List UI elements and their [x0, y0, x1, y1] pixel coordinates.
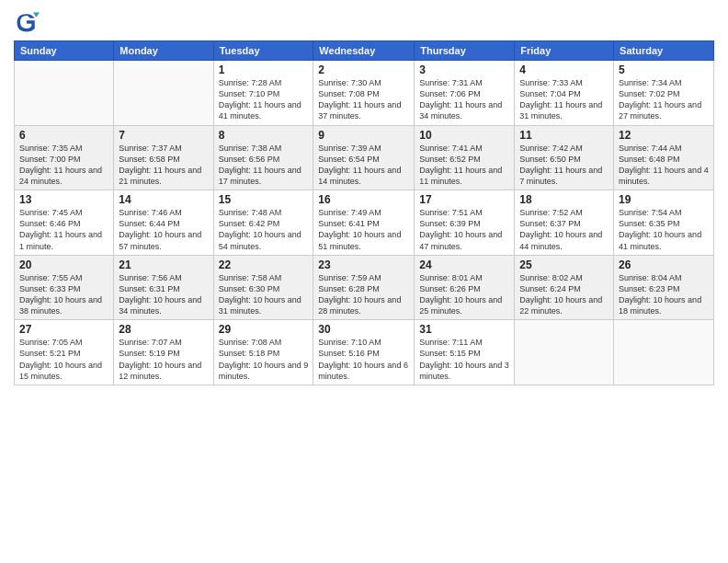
- day-number: 13: [19, 193, 108, 206]
- day-info: Sunrise: 7:35 AM Sunset: 7:00 PM Dayligh…: [19, 143, 108, 188]
- day-info: Sunrise: 7:44 AM Sunset: 6:48 PM Dayligh…: [619, 143, 709, 188]
- day-cell: 11Sunrise: 7:42 AM Sunset: 6:50 PM Dayli…: [515, 125, 614, 190]
- day-number: 20: [19, 259, 108, 271]
- day-number: 14: [119, 193, 208, 206]
- week-row-1: 1Sunrise: 7:28 AM Sunset: 7:10 PM Daylig…: [15, 61, 714, 126]
- day-cell: 20Sunrise: 7:55 AM Sunset: 6:33 PM Dayli…: [15, 255, 114, 320]
- day-number: 7: [119, 129, 208, 142]
- day-info: Sunrise: 7:42 AM Sunset: 6:50 PM Dayligh…: [519, 143, 609, 188]
- day-info: Sunrise: 8:04 AM Sunset: 6:23 PM Dayligh…: [619, 272, 709, 317]
- header-cell-saturday: Saturday: [614, 41, 714, 61]
- day-cell: 10Sunrise: 7:41 AM Sunset: 6:52 PM Dayli…: [415, 125, 515, 190]
- day-cell: 29Sunrise: 7:08 AM Sunset: 5:18 PM Dayli…: [213, 320, 313, 385]
- calendar-table: SundayMondayTuesdayWednesdayThursdayFrid…: [14, 40, 714, 385]
- day-cell: 15Sunrise: 7:48 AM Sunset: 6:42 PM Dayli…: [213, 190, 313, 256]
- day-info: Sunrise: 7:45 AM Sunset: 6:46 PM Dayligh…: [19, 207, 108, 252]
- day-cell: 25Sunrise: 8:02 AM Sunset: 6:24 PM Dayli…: [515, 255, 614, 320]
- day-info: Sunrise: 7:31 AM Sunset: 7:06 PM Dayligh…: [419, 77, 509, 122]
- day-number: 9: [318, 129, 409, 142]
- day-cell: 7Sunrise: 7:37 AM Sunset: 6:58 PM Daylig…: [114, 125, 213, 190]
- day-number: 6: [19, 129, 108, 142]
- day-info: Sunrise: 7:41 AM Sunset: 6:52 PM Dayligh…: [419, 143, 509, 188]
- logo: [14, 9, 43, 35]
- day-cell: 4Sunrise: 7:33 AM Sunset: 7:04 PM Daylig…: [515, 61, 614, 126]
- week-row-5: 27Sunrise: 7:05 AM Sunset: 5:21 PM Dayli…: [15, 320, 714, 385]
- calendar-body: 1Sunrise: 7:28 AM Sunset: 7:10 PM Daylig…: [15, 61, 714, 385]
- day-info: Sunrise: 7:54 AM Sunset: 6:35 PM Dayligh…: [619, 207, 709, 252]
- header-cell-sunday: Sunday: [15, 41, 114, 61]
- day-cell: 12Sunrise: 7:44 AM Sunset: 6:48 PM Dayli…: [614, 125, 714, 190]
- header: [14, 9, 714, 35]
- day-cell: 22Sunrise: 7:58 AM Sunset: 6:30 PM Dayli…: [213, 255, 313, 320]
- day-number: 28: [119, 323, 208, 336]
- day-info: Sunrise: 7:39 AM Sunset: 6:54 PM Dayligh…: [318, 143, 409, 188]
- day-cell: 6Sunrise: 7:35 AM Sunset: 7:00 PM Daylig…: [15, 125, 114, 190]
- day-number: 10: [419, 129, 509, 142]
- day-number: 2: [318, 63, 409, 76]
- day-info: Sunrise: 7:46 AM Sunset: 6:44 PM Dayligh…: [119, 207, 208, 252]
- day-cell: 21Sunrise: 7:56 AM Sunset: 6:31 PM Dayli…: [114, 255, 213, 320]
- day-number: 16: [318, 193, 409, 206]
- day-cell: 14Sunrise: 7:46 AM Sunset: 6:44 PM Dayli…: [114, 190, 213, 256]
- day-info: Sunrise: 8:01 AM Sunset: 6:26 PM Dayligh…: [419, 272, 509, 317]
- header-cell-monday: Monday: [114, 41, 213, 61]
- logo-icon: [14, 9, 40, 35]
- header-cell-wednesday: Wednesday: [313, 41, 415, 61]
- day-number: 5: [619, 63, 709, 76]
- day-info: Sunrise: 7:33 AM Sunset: 7:04 PM Dayligh…: [519, 77, 609, 122]
- week-row-4: 20Sunrise: 7:55 AM Sunset: 6:33 PM Dayli…: [15, 255, 714, 320]
- day-info: Sunrise: 7:56 AM Sunset: 6:31 PM Dayligh…: [119, 272, 208, 317]
- day-cell: 23Sunrise: 7:59 AM Sunset: 6:28 PM Dayli…: [313, 255, 415, 320]
- day-number: 26: [619, 259, 709, 271]
- day-cell: 28Sunrise: 7:07 AM Sunset: 5:19 PM Dayli…: [114, 320, 213, 385]
- day-number: 18: [519, 193, 609, 206]
- day-cell: [15, 61, 114, 126]
- day-info: Sunrise: 7:51 AM Sunset: 6:39 PM Dayligh…: [419, 207, 509, 252]
- day-info: Sunrise: 7:05 AM Sunset: 5:21 PM Dayligh…: [19, 337, 108, 382]
- day-cell: 13Sunrise: 7:45 AM Sunset: 6:46 PM Dayli…: [15, 190, 114, 256]
- calendar-header: SundayMondayTuesdayWednesdayThursdayFrid…: [15, 41, 714, 61]
- day-number: 12: [619, 129, 709, 142]
- day-number: 31: [419, 323, 509, 336]
- day-cell: 30Sunrise: 7:10 AM Sunset: 5:16 PM Dayli…: [313, 320, 415, 385]
- day-info: Sunrise: 7:58 AM Sunset: 6:30 PM Dayligh…: [219, 272, 309, 317]
- day-info: Sunrise: 7:10 AM Sunset: 5:16 PM Dayligh…: [318, 337, 409, 382]
- day-number: 19: [619, 193, 709, 206]
- day-number: 29: [219, 323, 309, 336]
- page: SundayMondayTuesdayWednesdayThursdayFrid…: [0, 0, 728, 563]
- day-cell: 1Sunrise: 7:28 AM Sunset: 7:10 PM Daylig…: [213, 61, 313, 126]
- day-cell: 18Sunrise: 7:52 AM Sunset: 6:37 PM Dayli…: [515, 190, 614, 256]
- day-number: 1: [219, 63, 309, 76]
- day-info: Sunrise: 7:37 AM Sunset: 6:58 PM Dayligh…: [119, 143, 208, 188]
- day-info: Sunrise: 7:59 AM Sunset: 6:28 PM Dayligh…: [318, 272, 409, 317]
- day-info: Sunrise: 8:02 AM Sunset: 6:24 PM Dayligh…: [519, 272, 609, 317]
- day-cell: 17Sunrise: 7:51 AM Sunset: 6:39 PM Dayli…: [415, 190, 515, 256]
- day-info: Sunrise: 7:11 AM Sunset: 5:15 PM Dayligh…: [419, 337, 509, 382]
- header-row: SundayMondayTuesdayWednesdayThursdayFrid…: [15, 41, 714, 61]
- day-cell: 9Sunrise: 7:39 AM Sunset: 6:54 PM Daylig…: [313, 125, 415, 190]
- day-cell: 31Sunrise: 7:11 AM Sunset: 5:15 PM Dayli…: [415, 320, 515, 385]
- day-number: 3: [419, 63, 509, 76]
- day-cell: 8Sunrise: 7:38 AM Sunset: 6:56 PM Daylig…: [213, 125, 313, 190]
- day-number: 8: [219, 129, 309, 142]
- day-cell: 24Sunrise: 8:01 AM Sunset: 6:26 PM Dayli…: [415, 255, 515, 320]
- day-info: Sunrise: 7:48 AM Sunset: 6:42 PM Dayligh…: [219, 207, 309, 252]
- day-cell: [614, 320, 714, 385]
- day-cell: 3Sunrise: 7:31 AM Sunset: 7:06 PM Daylig…: [415, 61, 515, 126]
- day-cell: 2Sunrise: 7:30 AM Sunset: 7:08 PM Daylig…: [313, 61, 415, 126]
- day-cell: 16Sunrise: 7:49 AM Sunset: 6:41 PM Dayli…: [313, 190, 415, 256]
- day-number: 30: [318, 323, 409, 336]
- day-info: Sunrise: 7:08 AM Sunset: 5:18 PM Dayligh…: [219, 337, 309, 382]
- week-row-2: 6Sunrise: 7:35 AM Sunset: 7:00 PM Daylig…: [15, 125, 714, 190]
- day-number: 27: [19, 323, 108, 336]
- day-number: 25: [519, 259, 609, 271]
- day-cell: 19Sunrise: 7:54 AM Sunset: 6:35 PM Dayli…: [614, 190, 714, 256]
- day-cell: [114, 61, 213, 126]
- day-cell: [515, 320, 614, 385]
- header-cell-thursday: Thursday: [415, 41, 515, 61]
- day-cell: 27Sunrise: 7:05 AM Sunset: 5:21 PM Dayli…: [15, 320, 114, 385]
- day-info: Sunrise: 7:55 AM Sunset: 6:33 PM Dayligh…: [19, 272, 108, 317]
- day-number: 4: [519, 63, 609, 76]
- day-cell: 26Sunrise: 8:04 AM Sunset: 6:23 PM Dayli…: [614, 255, 714, 320]
- day-number: 17: [419, 193, 509, 206]
